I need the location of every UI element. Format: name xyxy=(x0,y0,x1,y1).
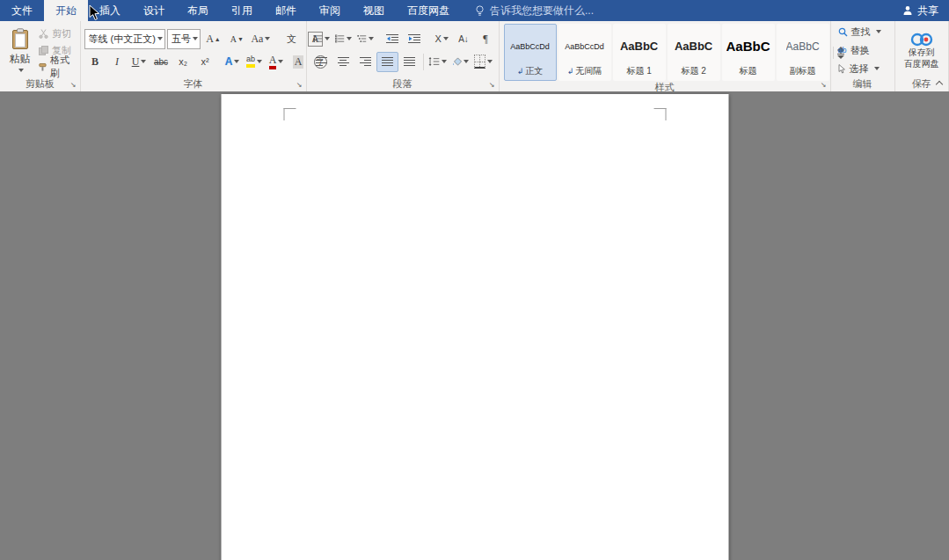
replace-label: 替换 xyxy=(850,44,870,57)
document-page[interactable] xyxy=(221,94,728,560)
share-button[interactable]: 共享 xyxy=(892,0,949,21)
distribute-icon xyxy=(404,57,415,66)
grow-font-button[interactable]: A▲ xyxy=(202,29,224,49)
text-effects-button[interactable]: A xyxy=(222,52,244,72)
clipboard-dialog-launcher-icon[interactable]: ↘ xyxy=(69,80,78,90)
underline-button[interactable]: U xyxy=(128,52,150,72)
sort-button[interactable]: A↓ xyxy=(453,29,475,49)
tell-me-box[interactable]: 告诉我您想要做什么... xyxy=(475,0,594,21)
shrink-font-glyph: A xyxy=(230,34,237,44)
distribute-button[interactable] xyxy=(398,52,420,72)
tab-baidu-netdisk[interactable]: 百度网盘 xyxy=(396,0,461,21)
lightbulb-icon xyxy=(475,5,485,17)
text-effects-glyph: A xyxy=(225,55,233,68)
style-heading-2[interactable]: AaBbC 标题 2 xyxy=(668,24,720,81)
shading-dropdown-icon xyxy=(464,60,469,63)
shrink-font-button[interactable]: A▼ xyxy=(226,29,248,49)
paragraph-mark-icon: ↲ xyxy=(567,67,574,76)
asian-layout-button[interactable]: X xyxy=(431,29,453,49)
replace-button[interactable]: ab 替换 xyxy=(835,42,885,58)
style-name: 标题 1 xyxy=(626,65,651,77)
highlight-dropdown-icon xyxy=(257,60,262,63)
tab-references[interactable]: 引用 xyxy=(220,0,264,21)
style-subtitle[interactable]: AaBbC 副标题 xyxy=(777,24,829,81)
align-left-button[interactable] xyxy=(310,52,332,72)
asian-layout-dropdown-icon xyxy=(443,37,449,40)
bold-button[interactable]: B xyxy=(84,52,106,72)
style-preview: AaBbCcDd xyxy=(510,27,550,65)
change-case-dropdown-icon xyxy=(265,37,270,40)
highlight-color-button[interactable]: ab xyxy=(244,52,266,72)
select-label: 选择 xyxy=(850,62,869,76)
tab-review[interactable]: 审阅 xyxy=(308,0,352,21)
clipboard-group-label: 剪贴板 xyxy=(2,76,78,91)
decrease-indent-icon xyxy=(386,33,398,44)
cut-button[interactable]: 剪切 xyxy=(36,25,76,41)
tab-file[interactable]: 文件 xyxy=(0,0,44,21)
style-preview: AaBbC xyxy=(786,27,820,65)
align-right-button[interactable] xyxy=(354,52,376,72)
decrease-indent-button[interactable] xyxy=(382,29,404,49)
numbered-list-button[interactable] xyxy=(332,29,354,49)
justify-button[interactable] xyxy=(376,52,398,72)
group-editing: 查找 ab 替换 选择 编辑 xyxy=(831,21,895,91)
paste-button[interactable]: 粘贴 xyxy=(4,24,36,76)
clipboard-icon xyxy=(11,28,29,50)
show-hide-marks-button[interactable]: ¶ xyxy=(475,29,497,49)
superscript-button[interactable]: x² xyxy=(194,52,216,72)
styles-dialog-launcher-icon[interactable]: ↘ xyxy=(819,80,829,90)
font-name-combobox[interactable]: 等线 (中文正文) xyxy=(84,29,165,49)
collapse-ribbon-icon[interactable] xyxy=(936,80,942,86)
save-label-line2: 百度网盘 xyxy=(904,58,939,69)
paragraph-mark-icon: ↲ xyxy=(517,67,524,76)
style-title[interactable]: AaBbC 标题 xyxy=(722,24,775,81)
italic-button[interactable]: I xyxy=(106,52,128,72)
align-center-button[interactable] xyxy=(332,52,354,72)
change-case-glyph: Aa xyxy=(251,33,263,46)
paragraph-group-label: 段落 xyxy=(309,76,497,91)
copy-icon xyxy=(39,46,48,55)
strikethrough-button[interactable]: abc xyxy=(150,52,172,72)
format-painter-button[interactable]: 格式刷 xyxy=(36,59,76,75)
font-dialog-launcher-icon[interactable]: ↘ xyxy=(295,80,304,90)
font-color-dropdown-icon xyxy=(278,60,283,63)
grow-arrow-icon: ▲ xyxy=(215,36,221,42)
font-size-combobox[interactable]: 五号 xyxy=(167,29,201,49)
align-center-icon xyxy=(338,57,349,66)
align-left-icon xyxy=(316,57,327,66)
select-button[interactable]: 选择 xyxy=(835,61,885,76)
borders-button[interactable] xyxy=(471,52,494,72)
multilevel-list-button[interactable] xyxy=(354,29,376,49)
justify-icon xyxy=(382,57,393,66)
document-canvas[interactable] xyxy=(0,91,949,560)
save-to-baidu-netdisk-button[interactable]: 保存到 百度网盘 xyxy=(899,24,945,76)
tab-insert[interactable]: 插入 xyxy=(88,0,132,21)
style-heading-1[interactable]: AaBbC 标题 1 xyxy=(613,24,666,81)
change-case-button[interactable]: Aa xyxy=(250,29,272,49)
ribbon: 粘贴 剪切 xyxy=(0,21,949,92)
style-normal[interactable]: AaBbCcDd ↲正文 xyxy=(504,24,557,81)
tab-mailings[interactable]: 邮件 xyxy=(264,0,308,21)
paste-label: 粘贴 xyxy=(10,52,31,67)
font-group-label: 字体 xyxy=(83,76,304,91)
subscript-button[interactable]: x₂ xyxy=(172,52,194,72)
find-label: 查找 xyxy=(851,25,871,39)
tab-home[interactable]: 开始 xyxy=(44,0,88,21)
find-button[interactable]: 查找 xyxy=(835,24,885,40)
underline-glyph: U xyxy=(132,55,140,69)
tab-layout[interactable]: 布局 xyxy=(176,0,220,21)
increase-indent-button[interactable] xyxy=(404,29,426,49)
paste-label-row: 粘贴 xyxy=(10,52,31,67)
replace-icon: ab xyxy=(838,46,847,55)
shading-button[interactable] xyxy=(449,52,471,72)
underline-dropdown-icon xyxy=(141,60,146,63)
tab-design[interactable]: 设计 xyxy=(132,0,176,21)
line-spacing-button[interactable] xyxy=(426,52,449,72)
paragraph-dialog-launcher-icon[interactable]: ↘ xyxy=(487,80,497,90)
phonetic-guide-button[interactable]: 文 xyxy=(281,29,303,49)
style-no-spacing[interactable]: AaBbCcDd ↲无间隔 xyxy=(558,24,611,81)
font-color-button[interactable]: A xyxy=(266,52,288,72)
bullet-list-button[interactable] xyxy=(310,29,332,49)
font-name-value: 等线 (中文正文) xyxy=(89,33,156,46)
tab-view[interactable]: 视图 xyxy=(352,0,396,21)
